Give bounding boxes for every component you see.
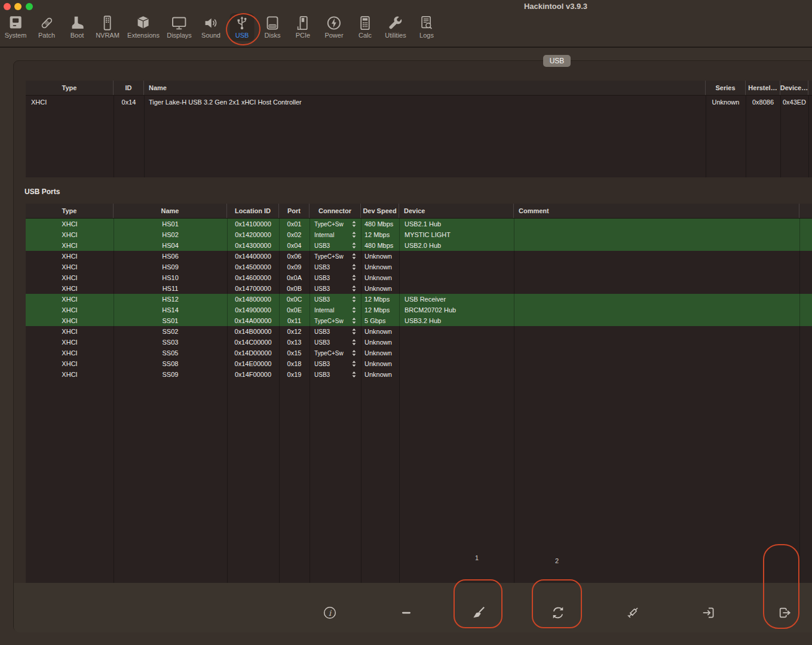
- boot-icon: [69, 15, 85, 31]
- column-header-location-id[interactable]: Location ID: [227, 204, 279, 218]
- cell-type: XHCI: [26, 339, 114, 346]
- usb-port-row[interactable]: XHCI HS04 0x14300000 0x04 USB3 480 Mbps …: [26, 240, 812, 251]
- column-header-connector[interactable]: Connector: [310, 204, 361, 218]
- cell-name: HS10: [114, 274, 227, 281]
- connector-dropdown[interactable]: Internal: [310, 307, 361, 314]
- connector-stepper-icon[interactable]: [351, 350, 357, 357]
- connector-stepper-icon[interactable]: [351, 242, 357, 249]
- connector-stepper-icon[interactable]: [351, 296, 357, 303]
- toolbar-item-extensions[interactable]: Extensions: [127, 15, 160, 39]
- column-header-series[interactable]: Series: [706, 81, 746, 95]
- connector-dropdown[interactable]: USB3: [310, 264, 361, 271]
- connector-stepper-icon[interactable]: [351, 285, 357, 292]
- connector-dropdown[interactable]: USB3: [310, 275, 361, 281]
- column-header-id[interactable]: ID: [114, 81, 144, 95]
- column-header-name[interactable]: Name: [114, 204, 227, 218]
- usb-port-row[interactable]: XHCI HS10 0x14600000 0x0A USB3 Unknown: [26, 272, 812, 283]
- cell-port: 0x15: [279, 349, 310, 357]
- connector-dropdown[interactable]: USB3: [310, 296, 361, 303]
- connector-value: USB3: [314, 285, 330, 292]
- connector-dropdown[interactable]: TypeC+Sw: [310, 221, 361, 228]
- toolbar-item-system[interactable]: System: [5, 15, 27, 39]
- connector-stepper-icon[interactable]: [351, 232, 357, 238]
- column-header-type[interactable]: Type: [26, 81, 114, 95]
- inject-button[interactable]: [623, 604, 643, 624]
- connector-stepper-icon[interactable]: [351, 339, 357, 346]
- cell-port: 0x0A: [279, 274, 310, 281]
- toolbar-item-pcie[interactable]: PCIe: [295, 15, 311, 39]
- disks-icon: [265, 15, 281, 31]
- column-divider: [310, 219, 310, 583]
- usb-port-row[interactable]: XHCI SS09 0x14F00000 0x19 USB3 Unknown: [26, 369, 812, 380]
- connector-stepper-icon[interactable]: [351, 361, 357, 367]
- toolbar-item-displays[interactable]: Displays: [167, 15, 192, 39]
- import-button[interactable]: [698, 604, 719, 624]
- remove-button[interactable]: [396, 604, 416, 624]
- toolbar-item-usb[interactable]: USB: [230, 13, 255, 41]
- tab-usb[interactable]: USB: [543, 55, 571, 67]
- connector-dropdown[interactable]: USB3: [310, 339, 361, 346]
- toolbar-item-logs[interactable]: Logs: [419, 15, 435, 39]
- cell-device-id: 0x43ED: [780, 99, 808, 106]
- import-icon: [701, 605, 716, 623]
- usb-port-row[interactable]: XHCI SS05 0x14D00000 0x15 TypeC+Sw Unkno…: [26, 348, 812, 358]
- connector-stepper-icon[interactable]: [351, 253, 357, 260]
- usb-port-row[interactable]: XHCI HS01 0x14100000 0x01 TypeC+Sw 480 M…: [26, 219, 812, 229]
- connector-dropdown[interactable]: TypeC+Sw: [310, 318, 361, 324]
- info-button[interactable]: i: [320, 604, 340, 624]
- column-header-comment[interactable]: Comment: [514, 204, 799, 218]
- connector-dropdown[interactable]: USB3: [310, 371, 361, 378]
- column-header-type[interactable]: Type: [26, 204, 114, 218]
- cell-port: 0x02: [279, 231, 310, 238]
- connector-dropdown[interactable]: USB3: [310, 242, 361, 249]
- connector-stepper-icon[interactable]: [351, 318, 357, 324]
- controllers-table-header: Type ID Name Series Herstel… Device…: [26, 81, 812, 96]
- toolbar-item-power[interactable]: Power: [324, 15, 343, 39]
- connector-stepper-icon[interactable]: [351, 307, 357, 314]
- column-header-vendor[interactable]: Herstel…: [746, 81, 780, 95]
- connector-dropdown[interactable]: USB3: [310, 285, 361, 292]
- column-header-port[interactable]: Port: [279, 204, 310, 218]
- zoom-button[interactable]: [26, 3, 33, 10]
- toolbar-item-nvram[interactable]: NVRAM: [96, 15, 119, 39]
- usb-port-row[interactable]: XHCI HS11 0x14700000 0x0B USB3 Unknown: [26, 283, 812, 294]
- column-header-dev-speed[interactable]: Dev Speed: [361, 204, 399, 218]
- connector-dropdown[interactable]: TypeC+Sw: [310, 350, 361, 357]
- export-button[interactable]: [774, 604, 794, 624]
- connector-stepper-icon[interactable]: [351, 275, 357, 281]
- connector-stepper-icon[interactable]: [351, 221, 357, 228]
- toolbar-item-disks[interactable]: Disks: [265, 15, 281, 39]
- toolbar-item-patch[interactable]: Patch: [38, 15, 55, 39]
- connector-stepper-icon[interactable]: [351, 371, 357, 378]
- connector-dropdown[interactable]: USB3: [310, 361, 361, 367]
- connector-dropdown[interactable]: Internal: [310, 232, 361, 238]
- close-button[interactable]: [4, 3, 11, 10]
- column-header-device[interactable]: Device…: [780, 81, 808, 95]
- toolbar-item-calc[interactable]: Calc: [357, 15, 373, 39]
- cell-name: HS02: [114, 231, 227, 238]
- minimize-button[interactable]: [14, 3, 22, 10]
- clean-button[interactable]: [468, 604, 489, 624]
- column-header-name[interactable]: Name: [144, 81, 706, 95]
- cell-location-id: 0x14600000: [227, 274, 279, 281]
- column-header-device[interactable]: Device: [399, 204, 514, 218]
- toolbar-item-boot[interactable]: Boot: [69, 15, 85, 39]
- toolbar-item-sound[interactable]: Sound: [201, 15, 220, 39]
- connector-dropdown[interactable]: TypeC+Sw: [310, 253, 361, 260]
- usb-port-row[interactable]: XHCI SS03 0x14C00000 0x13 USB3 Unknown: [26, 337, 812, 348]
- usb-port-row[interactable]: XHCI HS14 0x14900000 0x0E Internal 12 Mb…: [26, 305, 812, 315]
- refresh-button[interactable]: [548, 604, 568, 624]
- usb-port-row[interactable]: XHCI SS02 0x14B00000 0x12 USB3 Unknown: [26, 326, 812, 337]
- usb-port-row[interactable]: XHCI HS06 0x14400000 0x06 TypeC+Sw Unkno…: [26, 251, 812, 262]
- connector-stepper-icon[interactable]: [351, 264, 357, 271]
- connector-stepper-icon[interactable]: [351, 328, 357, 335]
- usb-port-row[interactable]: XHCI HS02 0x14200000 0x02 Internal 12 Mb…: [26, 229, 812, 240]
- usb-port-row[interactable]: XHCI HS09 0x14500000 0x09 USB3 Unknown: [26, 262, 812, 272]
- patch-icon: [38, 15, 54, 31]
- toolbar-separator: [0, 47, 812, 48]
- usb-port-row[interactable]: XHCI SS01 0x14A00000 0x11 TypeC+Sw 5 Gbp…: [26, 315, 812, 326]
- usb-port-row[interactable]: XHCI SS08 0x14E00000 0x18 USB3 Unknown: [26, 358, 812, 369]
- connector-dropdown[interactable]: USB3: [310, 328, 361, 335]
- usb-port-row[interactable]: XHCI HS12 0x14800000 0x0C USB3 12 Mbps U…: [26, 294, 812, 305]
- toolbar-item-utilities[interactable]: Utilities: [385, 15, 406, 39]
